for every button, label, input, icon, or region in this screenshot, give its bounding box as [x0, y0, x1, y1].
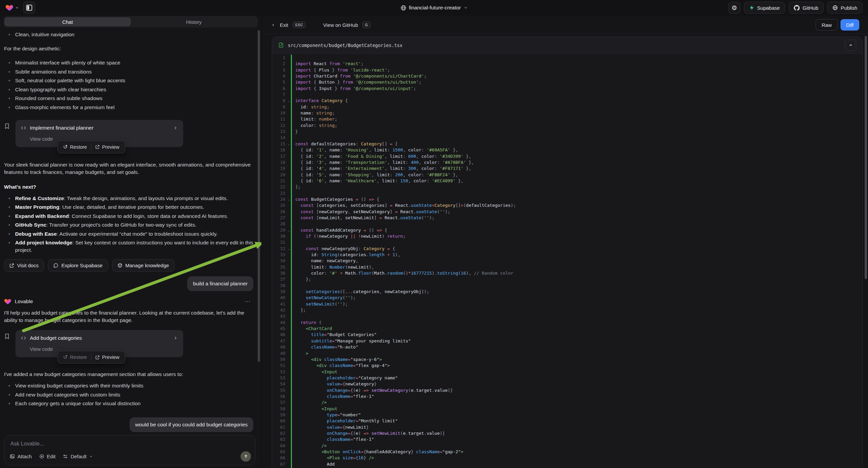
code-line: 7: [272, 92, 862, 98]
attach-button[interactable]: Attach: [10, 454, 32, 459]
code-line: 60 placeholder="Monthly limit": [272, 418, 862, 424]
list-item: Clean, intuitive navigation: [4, 31, 253, 38]
code-line: 66 <Plus size={16} />: [272, 455, 862, 461]
version-card-title: Implement financial planner: [30, 124, 169, 131]
lovable-logo-menu[interactable]: [5, 4, 19, 12]
fold-chevron-icon[interactable]: ⌄: [288, 196, 290, 202]
globe-icon: [400, 5, 406, 11]
list-item: Add project knowledge: Set key context o…: [4, 239, 253, 254]
version-card-title: Add budget categories: [30, 334, 169, 342]
code-line: 39 setCategories([...categories, newCate…: [272, 289, 862, 295]
list-item: Subtle animations and transitions: [4, 68, 253, 76]
code-line: 42 };: [272, 307, 862, 313]
code-line: 33 id: String(categories.length + 1),: [272, 252, 862, 258]
code-line: 56 className="flex-1": [272, 393, 862, 400]
exit-button[interactable]: Exit: [280, 22, 288, 28]
code-line: 34 name: newCategory,: [272, 258, 862, 264]
list-item: Refine & Customize: Tweak the design, an…: [4, 195, 253, 202]
composer: Attach Edit Default: [4, 435, 255, 465]
code-line: 40 setNewCategory('');: [272, 295, 862, 301]
file-header[interactable]: src/components/budget/BudgetCategories.t…: [272, 37, 862, 54]
restore-button[interactable]: ↺ Restore: [59, 353, 91, 361]
project-name: financial-future-creator: [409, 5, 461, 11]
code-line: 58 <Input: [272, 406, 862, 412]
whats-next-heading: What's next?: [4, 183, 253, 191]
preview-button[interactable]: Preview: [91, 143, 123, 151]
code-line: 6import { Input } from '@/components/ui/…: [272, 86, 862, 92]
code-line: 48 className="h-auto": [272, 344, 862, 350]
publish-button[interactable]: Publish: [827, 2, 863, 14]
target-icon: [39, 454, 44, 459]
chat-input[interactable]: [4, 435, 255, 447]
code-line: 14: [272, 135, 862, 141]
code-line: 9 id: string;: [272, 104, 862, 110]
mode-selector[interactable]: Default: [63, 454, 93, 459]
editor-scrollbar[interactable]: [865, 36, 867, 279]
bookmark-icon[interactable]: [4, 123, 10, 147]
fold-chevron-icon[interactable]: ⌄: [288, 141, 290, 147]
explore-supabase-button[interactable]: Explore Supabase: [48, 259, 108, 272]
assistant-text: I've added a new budget categories manag…: [4, 371, 253, 378]
restore-icon: ↺: [63, 144, 67, 150]
user-message: would be cool if you could add budget ca…: [129, 417, 253, 432]
code-line: 4import ChartCard from '@/components/ui/…: [272, 73, 862, 79]
diff-button[interactable]: Diff: [840, 19, 859, 31]
next-steps-list: Refine & Customize: Tweak the design, an…: [4, 195, 253, 254]
message-menu-button[interactable]: ⋯: [244, 298, 253, 305]
code-line: 21 { id: '6', name: 'Healthcare', limit:…: [272, 178, 862, 184]
code-line: 45 <ChartCard: [272, 326, 862, 332]
code-line: 52 <Input: [272, 369, 862, 375]
fold-chevron-icon[interactable]: ⌄: [288, 246, 290, 252]
chevron-down-icon: [89, 455, 93, 458]
code-line: 24⌄const BudgetCategories = () => {: [272, 196, 862, 202]
external-link-icon: [95, 145, 100, 149]
code-line: 15⌄const defaultCategories: Category[] =…: [272, 141, 862, 147]
edit-button[interactable]: Edit: [39, 454, 56, 459]
file-diff-card: src/components/budget/BudgetCategories.t…: [272, 37, 863, 468]
lovable-heart-icon: [5, 4, 13, 12]
project-selector[interactable]: financial-future-creator: [400, 0, 467, 16]
visit-docs-button[interactable]: Visit docs: [4, 259, 44, 272]
manage-knowledge-button[interactable]: Manage knowledge: [112, 259, 175, 272]
restore-button[interactable]: ↺ Restore: [59, 143, 91, 151]
code-line: 11 limit: number;: [272, 116, 862, 122]
code-line: 3import { Plus } from 'lucide-react';: [272, 67, 862, 73]
external-link-icon: [9, 263, 14, 268]
lovable-heart-icon: [4, 298, 11, 305]
chat-scrollbar[interactable]: [258, 30, 260, 362]
sidebar-icon: [26, 5, 32, 11]
code-icon: [21, 335, 26, 341]
bookmark-icon[interactable]: [4, 333, 10, 357]
fold-chevron-icon[interactable]: ⌄: [288, 227, 290, 233]
supabase-button[interactable]: Supabase: [744, 2, 785, 14]
settings-button[interactable]: ⚙: [728, 2, 741, 14]
code-line: 19 { id: '4', name: 'Entertainment', lim…: [272, 166, 862, 172]
package-icon: [118, 263, 122, 268]
collapse-file-button[interactable]: [845, 39, 856, 51]
code-line: 1: [272, 55, 862, 61]
version-card-add-budget-categories[interactable]: Add budget categories View code ↺ Restor…: [16, 330, 183, 357]
g-key-badge: G: [362, 22, 371, 28]
raw-button[interactable]: Raw: [816, 19, 838, 31]
chat-message-list: Clean, intuitive navigation For the desi…: [4, 29, 253, 433]
send-button[interactable]: [241, 451, 251, 462]
code-line: 43: [272, 313, 862, 319]
view-on-github-link[interactable]: View on GitHub: [323, 22, 358, 28]
code-line: 41 setNewLimit('');: [272, 301, 862, 307]
code-line: 20 { id: '5', name: 'Shopping', limit: 2…: [272, 172, 862, 178]
sidebar-toggle-button[interactable]: [23, 2, 35, 14]
fold-chevron-icon[interactable]: ⌄: [288, 98, 290, 104]
list-item: Clean typography with clear hierarchies: [4, 86, 253, 93]
editor-header: Exit ESC View on GitHub G Raw Diff: [262, 16, 868, 34]
code-line: 53 placeholder="Category name": [272, 375, 862, 381]
preview-button[interactable]: Preview: [91, 353, 123, 361]
version-card-implement-financial-planner[interactable]: Implement financial planner View code ↺ …: [16, 120, 183, 147]
tab-history[interactable]: History: [131, 17, 257, 27]
code-line: 29⌄ const handleAddCategory = () => {: [272, 227, 862, 233]
github-button[interactable]: GitHub: [788, 2, 824, 14]
list-item: Add new budget categories with custom li…: [4, 391, 253, 399]
code-view-panel: Exit ESC View on GitHub G Raw Diff src/c…: [262, 16, 868, 468]
code-line: 57 />: [272, 400, 862, 406]
tab-chat[interactable]: Chat: [4, 17, 131, 27]
gear-icon: ⚙: [732, 4, 737, 11]
